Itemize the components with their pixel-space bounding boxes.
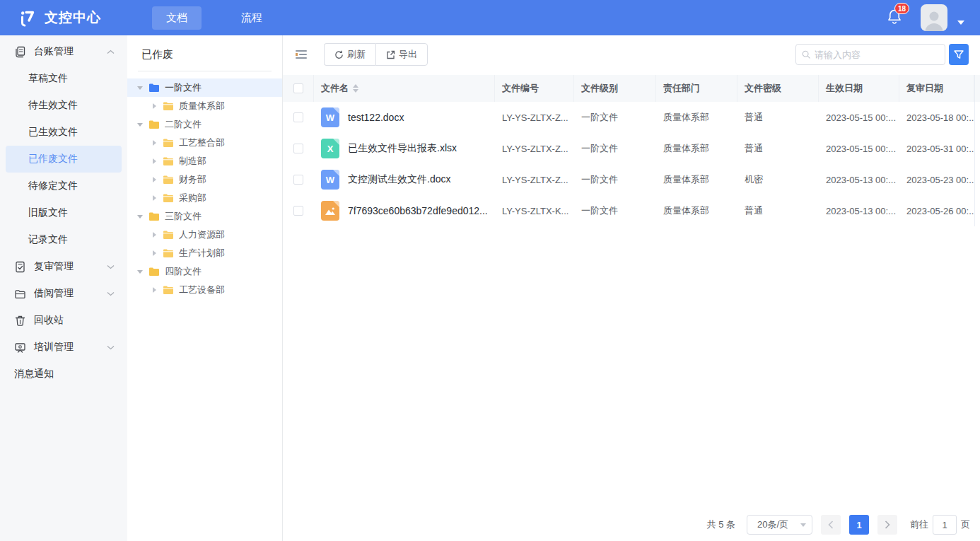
tree-node-process-equipment-dept[interactable]: 工艺设备部 [127,281,282,299]
file-code: LY-YS-ZLTX-Z... [495,144,574,154]
tab-documents[interactable]: 文档 [152,6,202,30]
folder-icon [163,138,174,148]
column-header-level[interactable]: 文件级别 [574,75,656,102]
sort-icon[interactable] [353,84,358,93]
user-avatar[interactable] [921,4,947,31]
file-name[interactable]: test122.docx [348,112,404,123]
table-row[interactable]: W test122.docx LY-YS-ZLTX-Z... 一阶文件 质量体系… [283,102,980,133]
tree-node-purchasing-dept[interactable]: 采购部 [127,189,282,207]
sidebar-item-voided-files[interactable]: 已作废文件 [6,146,122,173]
chevron-up-icon [107,50,115,54]
column-header-effective-date[interactable]: 生效日期 [819,75,899,102]
tree-node-level3-files[interactable]: 三阶文件 [127,207,282,226]
caret-down-icon[interactable] [136,86,144,90]
tree-node-finance-dept[interactable]: 财务部 [127,170,282,189]
file-effective-date: 2023-05-13 00:... [819,175,899,185]
file-secrecy: 普通 [737,204,819,217]
user-menu-caret-icon[interactable] [957,21,964,25]
tree-node-manufacturing-dept[interactable]: 制造部 [127,152,282,170]
page-number-button[interactable]: 1 [849,515,869,535]
prev-page-button[interactable] [821,515,841,535]
caret-right-icon[interactable] [150,195,158,201]
table-row[interactable]: X 已生效文件导出报表.xlsx LY-YS-ZLTX-Z... 一阶文件 质量… [283,133,980,164]
export-button[interactable]: 导出 [375,43,428,66]
goto-page-input[interactable] [933,515,957,535]
caret-right-icon[interactable] [150,158,158,164]
tree-node-quality-dept[interactable]: 质量体系部 [127,97,282,115]
folder-icon [163,248,174,258]
file-secrecy: 普通 [737,142,819,155]
file-level: 一阶文件 [574,111,656,124]
caret-right-icon[interactable] [150,140,158,146]
tree-node-hr-dept[interactable]: 人力资源部 [127,226,282,244]
sidebar-item-record-files[interactable]: 记录文件 [6,226,122,253]
borrow-folder-icon [14,287,27,300]
refresh-button[interactable]: 刷新 [324,43,375,66]
column-header-review-date[interactable]: 复审日期 [899,75,974,102]
search-box [795,44,945,65]
sidebar-item-label: 回收站 [34,314,115,327]
caret-down-icon[interactable] [136,270,144,274]
chevron-down-icon [800,523,806,527]
column-header-secrecy[interactable]: 文件密级 [737,75,819,102]
file-name[interactable]: 7f7693ce60b63b72dfe9ed012... [348,205,488,216]
file-name[interactable]: 已生效文件导出报表.xlsx [348,142,457,155]
folder-icon [148,120,160,129]
column-header-dept[interactable]: 责任部门 [656,75,737,102]
column-header-name[interactable]: 文件名 [314,75,495,102]
folder-tree-panel: 已作废 一阶文件 质量体系部 二阶文件 工艺整合部 制造部 财务部 采购部 三 [127,35,283,541]
sidebar-item-pending-files[interactable]: 待生效文件 [6,92,122,119]
page-size-select[interactable]: 20条/页 [747,515,812,535]
notification-bell-button[interactable]: 18 [887,8,902,28]
next-page-button[interactable] [877,515,897,535]
sidebar-item-notifications[interactable]: 消息通知 [0,361,127,388]
select-all-checkbox[interactable] [293,83,303,93]
file-review-date: 2023-05-23 00:... [899,175,974,185]
search-input[interactable] [815,50,939,60]
tree-node-process-integration-dept[interactable]: 工艺整合部 [127,134,282,152]
sidebar-group-ledger[interactable]: 台账管理 [0,38,127,65]
table-row[interactable]: 7f7693ce60b63b72dfe9ed012... LY-YS-ZLTX-… [283,195,980,226]
caret-right-icon[interactable] [150,250,158,256]
fixed-column-edge [974,102,980,133]
row-checkbox[interactable] [293,175,303,185]
sidebar-item-recycle-bin[interactable]: 回收站 [0,307,127,334]
tree-node-production-planning-dept[interactable]: 生产计划部 [127,244,282,262]
sidebar-item-draft-files[interactable]: 草稿文件 [6,65,122,92]
review-doc-icon [14,260,27,273]
caret-down-icon[interactable] [136,123,144,127]
sidebar-group-borrow[interactable]: 借阅管理 [0,280,127,307]
caret-right-icon[interactable] [150,287,158,293]
row-checkbox[interactable] [293,112,303,122]
row-checkbox[interactable] [293,206,303,216]
caret-right-icon[interactable] [150,177,158,182]
table-row[interactable]: W 文控测试生效文件.docx LY-YS-ZLTX-Z... 一阶文件 质量体… [283,164,980,195]
sidebar-item-effective-files[interactable]: 已生效文件 [6,119,122,146]
sidebar-item-old-version-files[interactable]: 旧版文件 [6,199,122,226]
app-title: 文控中心 [45,8,101,27]
fixed-column-edge [974,195,980,226]
divider [138,71,272,71]
folder-icon [148,211,160,221]
caret-right-icon[interactable] [150,232,158,238]
file-code: LY-YS-ZLTX-Z... [495,112,574,123]
refresh-icon [334,50,344,59]
column-header-code[interactable]: 文件编号 [495,75,574,102]
row-checkbox[interactable] [293,144,303,153]
tree-node-level1-files[interactable]: 一阶文件 [127,78,282,97]
caret-right-icon[interactable] [150,103,158,109]
sidebar-group-label: 借阅管理 [34,287,107,300]
caret-down-icon[interactable] [136,215,144,219]
file-secrecy: 机密 [737,173,819,186]
tab-workflow[interactable]: 流程 [227,6,276,30]
sidebar-item-revision-files[interactable]: 待修定文件 [6,173,122,199]
file-dept: 质量体系部 [656,204,737,217]
filter-button[interactable] [949,44,969,65]
file-name[interactable]: 文控测试生效文件.docx [348,173,450,186]
column-settings-icon[interactable] [296,50,307,59]
sidebar-group-review[interactable]: 复审管理 [0,253,127,280]
tree-node-level2-files[interactable]: 二阶文件 [127,115,282,134]
sidebar-group-training[interactable]: 培训管理 [0,334,127,361]
file-review-date: 2023-05-26 00:... [899,206,974,216]
tree-node-level4-files[interactable]: 四阶文件 [127,262,282,281]
